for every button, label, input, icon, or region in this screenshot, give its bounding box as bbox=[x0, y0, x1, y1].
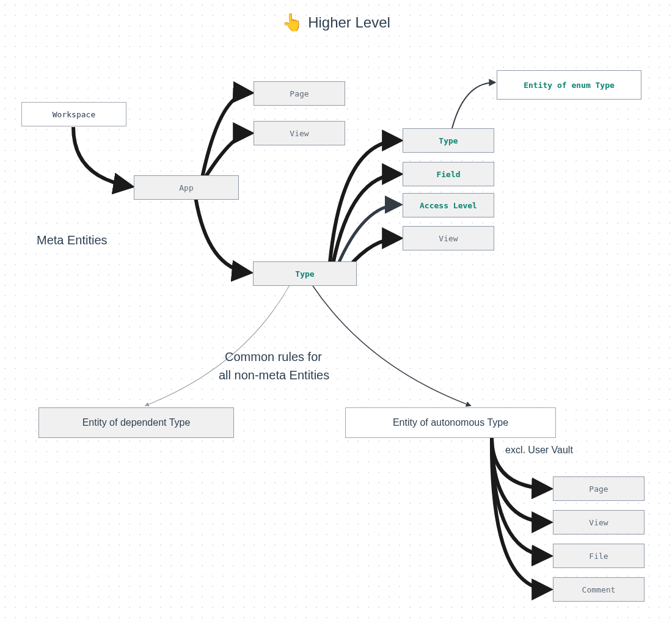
node-enum-entity: Entity of enum Type bbox=[497, 70, 641, 100]
node-view-3: View bbox=[553, 510, 645, 534]
pointing-up-icon: 👆 bbox=[282, 12, 303, 32]
node-type-center: Type bbox=[253, 261, 357, 286]
node-dependent-entity: Entity of dependent Type bbox=[38, 407, 234, 438]
node-page-1: Page bbox=[254, 81, 345, 106]
node-comment: Comment bbox=[553, 577, 645, 602]
node-workspace: Workspace bbox=[21, 102, 126, 126]
node-access-level: Access Level bbox=[403, 193, 494, 217]
node-file: File bbox=[553, 544, 645, 568]
node-field: Field bbox=[403, 162, 494, 186]
node-autonomous-entity: Entity of autonomous Type bbox=[345, 407, 556, 438]
node-view-1: View bbox=[254, 121, 345, 145]
label-common-rules-1: Common rules for bbox=[225, 350, 322, 364]
title-text: Higher Level bbox=[308, 14, 390, 31]
node-page-2: Page bbox=[553, 476, 645, 501]
node-view-2: View bbox=[403, 226, 494, 250]
label-common-rules-2: all non-meta Entities bbox=[219, 368, 329, 382]
diagram-title: 👆 Higher Level bbox=[282, 12, 390, 32]
label-excl-user-vault: excl. User Vault bbox=[505, 445, 573, 456]
label-meta-entities: Meta Entities bbox=[37, 233, 108, 247]
node-app: App bbox=[134, 175, 239, 200]
node-type-right: Type bbox=[403, 128, 494, 153]
